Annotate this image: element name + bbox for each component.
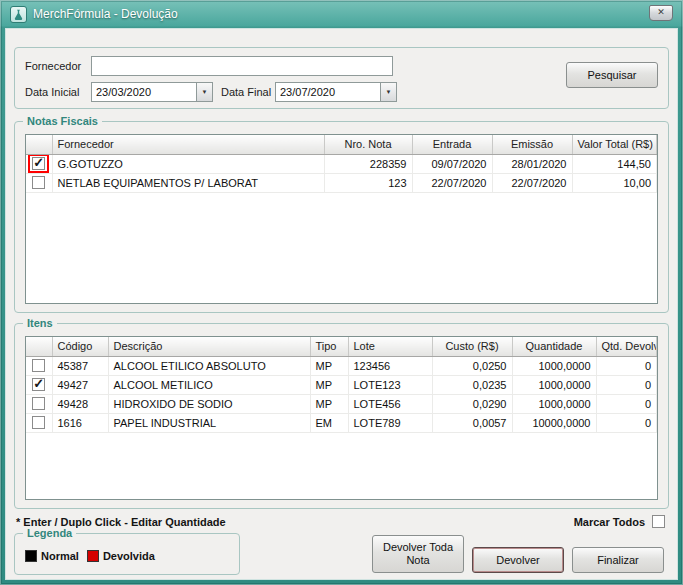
item-lote[interactable]: 123456	[348, 356, 432, 375]
filter-panel: Fornecedor Data Inicial ▼ Data Final ▼ P…	[14, 47, 669, 109]
legenda-group: Legenda Normal Devolvida	[14, 533, 240, 575]
notas-fiscais-group: Notas Fiscais Fornecedor Nro. Nota Entra…	[14, 121, 669, 313]
nota-entrada[interactable]: 09/07/2020	[412, 154, 492, 173]
item-descricao[interactable]: ALCOOL ETILICO ABSOLUTO	[108, 356, 310, 375]
notas-table-row[interactable]: G.GOTUZZO 228359 09/07/2020 28/01/2020 1…	[26, 154, 657, 173]
item-qtd-devolvida[interactable]: 0	[596, 413, 657, 432]
data-final-input[interactable]	[275, 82, 380, 102]
notas-col-valor-total: Valor Total (R$)	[572, 135, 657, 154]
nota-checkbox[interactable]	[32, 176, 45, 189]
item-descricao[interactable]: PAPEL INDUSTRIAL	[108, 413, 310, 432]
item-checkbox[interactable]	[32, 378, 45, 391]
devolver-button[interactable]: Devolver	[472, 547, 564, 573]
item-lote[interactable]: LOTE789	[348, 413, 432, 432]
item-checkbox[interactable]	[32, 416, 45, 429]
item-descricao[interactable]: HIDROXIDO DE SODIO	[108, 394, 310, 413]
item-quantidade[interactable]: 1000,0000	[512, 356, 596, 375]
item-codigo[interactable]: 1616	[52, 413, 108, 432]
item-custo[interactable]: 0,0235	[432, 375, 512, 394]
itens-table-row[interactable]: 49427 ALCOOL METILICO MP LOTE123 0,0235 …	[26, 375, 657, 394]
notas-col-check	[26, 135, 52, 154]
item-checkbox[interactable]	[32, 359, 45, 372]
itens-table-row[interactable]: 1616 PAPEL INDUSTRIAL EM LOTE789 0,0057 …	[26, 413, 657, 432]
devolvida-color-swatch-icon	[87, 550, 99, 562]
item-quantidade[interactable]: 10000,0000	[512, 413, 596, 432]
notas-table-container: Fornecedor Nro. Nota Entrada Emissão Val…	[25, 134, 658, 304]
normal-color-swatch-icon	[25, 550, 37, 562]
item-codigo[interactable]: 45387	[52, 356, 108, 375]
marcar-todos-label: Marcar Todos	[574, 516, 645, 528]
fornecedor-label: Fornecedor	[25, 60, 81, 72]
nota-checkbox[interactable]	[32, 157, 45, 170]
titlebar: MerchFórmula - Devolução	[0, 0, 683, 28]
nota-nro[interactable]: 123	[324, 173, 412, 192]
nota-valor[interactable]: 144,50	[572, 154, 657, 173]
highlight-box	[28, 154, 49, 173]
legend-devolvida-label: Devolvida	[103, 550, 155, 562]
item-codigo[interactable]: 49428	[52, 394, 108, 413]
itens-col-custo: Custo (R$)	[432, 337, 512, 356]
notas-header-row: Fornecedor Nro. Nota Entrada Emissão Val…	[26, 135, 657, 154]
fornecedor-input[interactable]	[91, 56, 393, 76]
itens-col-codigo: Código	[52, 337, 108, 356]
item-lote[interactable]: LOTE456	[348, 394, 432, 413]
data-final-dropdown-button[interactable]: ▼	[380, 82, 397, 102]
item-tipo[interactable]: MP	[310, 394, 348, 413]
item-tipo[interactable]: MP	[310, 356, 348, 375]
item-qtd-devolvida[interactable]: 0	[596, 356, 657, 375]
item-checkbox[interactable]	[32, 397, 45, 410]
item-tipo[interactable]: EM	[310, 413, 348, 432]
app-icon	[10, 6, 27, 23]
itens-col-descricao: Descrição	[108, 337, 310, 356]
marcar-todos: Marcar Todos	[574, 515, 665, 528]
nota-entrada[interactable]: 22/07/2020	[412, 173, 492, 192]
data-inicial-dropdown-button[interactable]: ▼	[196, 82, 213, 102]
nota-emissao[interactable]: 22/07/2020	[492, 173, 572, 192]
itens-group-label: Itens	[23, 317, 57, 329]
notas-table-row[interactable]: NETLAB EQUIPAMENTOS P/ LABORAT 123 22/07…	[26, 173, 657, 192]
item-tipo[interactable]: MP	[310, 375, 348, 394]
notas-col-nro-nota: Nro. Nota	[324, 135, 412, 154]
notas-col-emissao: Emissão	[492, 135, 572, 154]
nota-emissao[interactable]: 28/01/2020	[492, 154, 572, 173]
data-final-combobox: ▼	[275, 82, 397, 102]
itens-col-lote: Lote	[348, 337, 432, 356]
nota-nro[interactable]: 228359	[324, 154, 412, 173]
notas-fiscais-group-label: Notas Fiscais	[23, 115, 102, 127]
item-custo[interactable]: 0,0250	[432, 356, 512, 375]
close-button[interactable]: ✕	[649, 5, 673, 21]
item-qtd-devolvida[interactable]: 0	[596, 394, 657, 413]
item-custo[interactable]: 0,0057	[432, 413, 512, 432]
itens-table-row[interactable]: 45387 ALCOOL ETILICO ABSOLUTO MP 123456 …	[26, 356, 657, 375]
window-title: MerchFórmula - Devolução	[33, 7, 178, 21]
item-quantidade[interactable]: 1000,0000	[512, 394, 596, 413]
itens-col-check	[26, 337, 52, 356]
pesquisar-button[interactable]: Pesquisar	[566, 62, 658, 88]
data-final-label: Data Final	[221, 86, 271, 98]
item-codigo[interactable]: 49427	[52, 375, 108, 394]
item-descricao[interactable]: ALCOOL METILICO	[108, 375, 310, 394]
data-inicial-input[interactable]	[91, 82, 196, 102]
nota-fornecedor[interactable]: G.GOTUZZO	[52, 154, 324, 173]
dialog-client-area: Fornecedor Data Inicial ▼ Data Final ▼ P…	[5, 28, 678, 580]
item-quantidade[interactable]: 1000,0000	[512, 375, 596, 394]
notas-col-fornecedor: Fornecedor	[52, 135, 324, 154]
item-qtd-devolvida[interactable]: 0	[596, 375, 657, 394]
itens-header-row: Código Descrição Tipo Lote Custo (R$) Qu…	[26, 337, 657, 356]
legenda-group-label: Legenda	[23, 527, 76, 539]
item-lote[interactable]: LOTE123	[348, 375, 432, 394]
nota-valor[interactable]: 10,00	[572, 173, 657, 192]
itens-table-row[interactable]: 49428 HIDROXIDO DE SODIO MP LOTE456 0,02…	[26, 394, 657, 413]
marcar-todos-checkbox[interactable]	[652, 515, 665, 528]
nota-fornecedor[interactable]: NETLAB EQUIPAMENTOS P/ LABORAT	[52, 173, 324, 192]
itens-col-tipo: Tipo	[310, 337, 348, 356]
data-inicial-label: Data Inicial	[25, 86, 79, 98]
itens-table-container: Código Descrição Tipo Lote Custo (R$) Qu…	[25, 336, 658, 500]
legend-content: Normal Devolvida	[25, 550, 233, 562]
legend-item-normal: Normal	[25, 550, 79, 562]
itens-table: Código Descrição Tipo Lote Custo (R$) Qu…	[26, 337, 657, 433]
item-custo[interactable]: 0,0290	[432, 394, 512, 413]
devolver-toda-nota-button[interactable]: Devolver Toda Nota	[372, 535, 464, 573]
itens-group: Itens Código Descrição Tipo Lote Custo (	[14, 323, 669, 509]
finalizar-button[interactable]: Finalizar	[572, 547, 664, 573]
